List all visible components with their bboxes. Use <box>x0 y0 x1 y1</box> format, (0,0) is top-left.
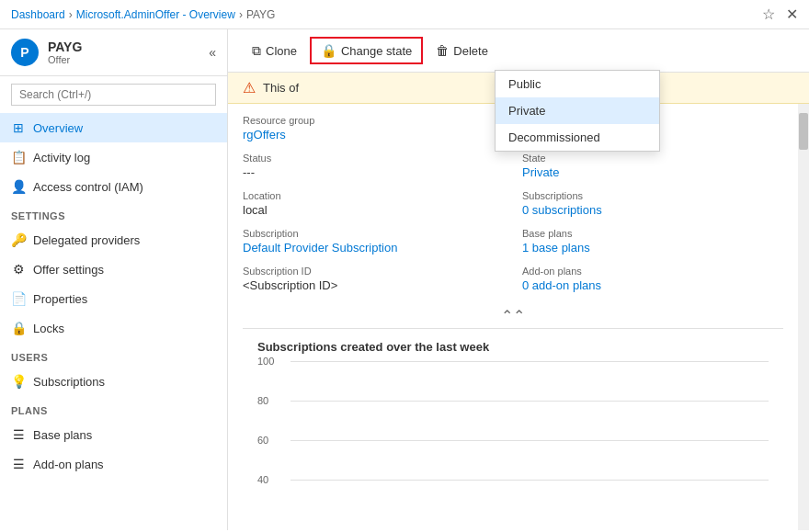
content-area: ⧉ Clone 🔒 Change state 🗑 Delete Public P… <box>228 29 809 530</box>
sidebar-item-properties[interactable]: 📄 Properties <box>0 284 227 313</box>
subscription-item: Subscription Default Provider Subscripti… <box>243 228 504 255</box>
activity-log-icon: 📋 <box>11 150 26 164</box>
add-on-plans-value[interactable]: 0 add-on plans <box>522 278 783 292</box>
sidebar-item-add-on-plans[interactable]: ☰ Add-on plans <box>0 449 227 479</box>
sidebar-title-group: PAYG Offer <box>48 40 82 65</box>
dropdown-item-private[interactable]: Private <box>496 97 659 124</box>
locks-icon: 🔒 <box>11 321 26 335</box>
scrollbar[interactable] <box>798 104 809 530</box>
sidebar-item-locks[interactable]: 🔒 Locks <box>0 313 227 343</box>
state-value[interactable]: Private <box>522 165 783 179</box>
breadcrumb-dashboard[interactable]: Dashboard <box>11 8 65 21</box>
section-title-users: Users <box>0 343 227 367</box>
resource-group-label: Resource group <box>243 115 504 126</box>
base-plans-value[interactable]: 1 base plans <box>522 241 783 255</box>
section-title-settings: Settings <box>0 201 227 225</box>
chevron-up-icon[interactable]: ⌃⌃ <box>501 307 525 324</box>
chart-container: 100 80 60 40 <box>257 361 769 481</box>
state-label: State <box>522 153 783 164</box>
chart-area: Subscriptions created over the last week… <box>243 328 783 492</box>
chart-title: Subscriptions created over the last week <box>257 340 769 354</box>
add-on-plans-item: Add-on plans 0 add-on plans <box>522 266 783 292</box>
chart-y-40: 40 <box>257 474 268 485</box>
delegated-providers-icon: 🔑 <box>11 232 26 247</box>
overview-icon: ⊞ <box>11 120 26 135</box>
delete-label: Delete <box>453 44 488 58</box>
clone-label: Clone <box>266 44 297 58</box>
warning-icon: ⚠ <box>243 79 256 96</box>
offer-settings-icon: ⚙ <box>11 262 26 277</box>
search-input[interactable] <box>11 84 216 106</box>
close-icon[interactable]: ✕ <box>786 6 798 23</box>
sidebar-item-activity-log[interactable]: 📋 Activity log <box>0 142 227 172</box>
state-item: State Private <box>522 153 783 179</box>
delete-icon: 🗑 <box>436 43 449 58</box>
subscription-id-value: <Subscription ID> <box>243 278 504 292</box>
breadcrumb-current: PAYG <box>246 8 276 21</box>
location-value: local <box>243 203 504 217</box>
sidebar-item-delegated-providers[interactable]: 🔑 Delegated providers <box>0 225 227 255</box>
sidebar-search-container <box>0 76 227 113</box>
scrollbar-thumb[interactable] <box>799 113 808 150</box>
chart-y-80: 80 <box>257 395 268 406</box>
sidebar-item-subscriptions-label: Subscriptions <box>33 375 105 389</box>
status-value: --- <box>243 165 504 179</box>
subscriptions-count-value[interactable]: 0 subscriptions <box>522 203 783 217</box>
sidebar-item-subscriptions[interactable]: 💡 Subscriptions <box>0 367 227 396</box>
clone-icon: ⧉ <box>252 43 261 59</box>
change-state-icon: 🔒 <box>321 43 336 58</box>
dropdown-item-decommissioned[interactable]: Decommissioned <box>496 124 659 151</box>
chart-y-100: 100 <box>257 356 274 367</box>
sidebar-title: PAYG <box>48 40 82 54</box>
sidebar-header: P PAYG Offer « <box>0 29 227 76</box>
sidebar-item-delegated-providers-label: Delegated providers <box>33 233 140 247</box>
clone-button[interactable]: ⧉ Clone <box>243 39 306 63</box>
access-control-icon: 👤 <box>11 179 26 194</box>
top-bar-icons: ☆ ✕ <box>762 6 798 23</box>
sidebar-item-properties-label: Properties <box>33 292 87 306</box>
sidebar-item-overview-label: Overview <box>33 121 83 135</box>
change-state-dropdown: Public Private Decommissioned <box>495 70 660 152</box>
subscription-id-label: Subscription ID <box>243 266 504 277</box>
status-label: Status <box>243 153 504 164</box>
change-state-button[interactable]: 🔒 Change state <box>310 37 423 64</box>
warning-text: This of <box>263 81 299 95</box>
subscriptions-icon: 💡 <box>11 374 26 389</box>
sidebar-subtitle: Offer <box>48 54 82 65</box>
sidebar-item-access-control-label: Access control (IAM) <box>33 180 143 194</box>
detail-area: Resource group rgOffers Display name Pay… <box>228 104 809 530</box>
base-plans-icon: ☰ <box>11 427 26 442</box>
detail-main: Resource group rgOffers Display name Pay… <box>228 104 798 530</box>
subscription-label: Subscription <box>243 228 504 239</box>
dropdown-item-public[interactable]: Public <box>496 71 659 97</box>
sidebar-item-add-on-plans-label: Add-on plans <box>33 458 104 471</box>
subscription-id-item: Subscription ID <Subscription ID> <box>243 266 504 292</box>
add-on-plans-label: Add-on plans <box>522 266 783 277</box>
subscription-value[interactable]: Default Provider Subscription <box>243 241 504 255</box>
chart-lines <box>291 361 769 481</box>
subscriptions-count-label: Subscriptions <box>522 190 783 201</box>
toolbar: ⧉ Clone 🔒 Change state 🗑 Delete Public P… <box>228 29 809 73</box>
base-plans-label: Base plans <box>522 228 783 239</box>
sidebar-collapse-button[interactable]: « <box>209 45 216 60</box>
sidebar-item-offer-settings[interactable]: ⚙ Offer settings <box>0 255 227 284</box>
properties-icon: 📄 <box>11 291 26 306</box>
status-item: Status --- <box>243 153 504 179</box>
change-state-label: Change state <box>341 44 412 58</box>
sidebar-item-overview[interactable]: ⊞ Overview <box>0 113 227 142</box>
sidebar-item-access-control[interactable]: 👤 Access control (IAM) <box>0 172 227 201</box>
delete-button[interactable]: 🗑 Delete <box>427 39 497 62</box>
sidebar-item-base-plans[interactable]: ☰ Base plans <box>0 420 227 449</box>
base-plans-item: Base plans 1 base plans <box>522 228 783 255</box>
sidebar-item-locks-label: Locks <box>33 322 64 335</box>
top-bar: Dashboard › Microsoft.AdminOffer - Overv… <box>0 0 809 29</box>
chart-y-60: 60 <box>257 435 268 446</box>
resource-group-value[interactable]: rgOffers <box>243 128 504 141</box>
subscriptions-count-item: Subscriptions 0 subscriptions <box>522 190 783 217</box>
location-item: Location local <box>243 190 504 217</box>
location-label: Location <box>243 190 504 201</box>
scroll-indicator: ⌃⌃ <box>243 303 783 328</box>
sidebar-logo: P <box>11 39 39 66</box>
breadcrumb-admin-offer[interactable]: Microsoft.AdminOffer - Overview <box>76 8 235 21</box>
pin-icon[interactable]: ☆ <box>762 6 775 23</box>
